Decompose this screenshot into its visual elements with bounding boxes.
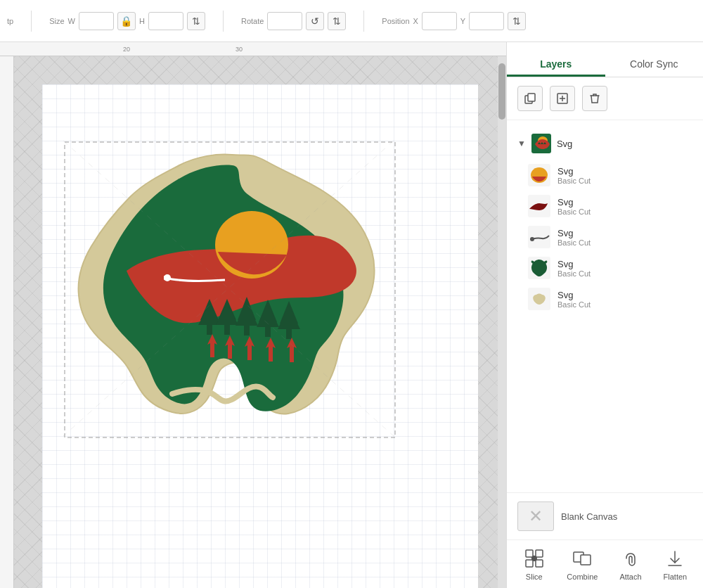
- layer-name-5: Svg: [557, 290, 696, 300]
- slice-icon: [523, 547, 546, 570]
- layer-thumb-3: [528, 226, 550, 248]
- combine-svg: [572, 549, 592, 568]
- slice-svg: [524, 549, 544, 568]
- y-label: Y: [460, 17, 465, 25]
- layer-sub-5: Basic Cut: [557, 300, 696, 309]
- combine-label: Combine: [567, 573, 598, 581]
- layer-thumb-2: [528, 195, 550, 217]
- list-item[interactable]: Svg Basic Cut: [507, 222, 703, 253]
- position-group: Position X Y ⇅: [382, 12, 526, 30]
- tree1-trunk: [207, 325, 212, 335]
- tab-layers[interactable]: Layers: [507, 51, 605, 77]
- white-canvas: [42, 84, 478, 588]
- size-group: Size W 🔒 H ⇅: [49, 12, 205, 30]
- layer-group-svg: ▼ Svg: [507, 127, 703, 160]
- layer-info-3: Svg Basic Cut: [557, 228, 696, 247]
- canvas-background: [14, 56, 498, 588]
- thumb-svg-4: [528, 257, 550, 279]
- canvas-area[interactable]: 20 30: [0, 42, 506, 588]
- layer-name-2: Svg: [557, 197, 696, 207]
- x-icon: ✕: [529, 506, 543, 526]
- layer-group-label: Svg: [557, 139, 572, 149]
- svg-rect-15: [536, 550, 543, 557]
- sep3: [363, 11, 364, 32]
- thumb-svg-1: [528, 164, 550, 186]
- layer-sub-1: Basic Cut: [557, 177, 696, 185]
- ruler-horizontal: 20 30: [0, 42, 506, 56]
- position-updown-icon[interactable]: ⇅: [508, 12, 526, 30]
- copy-layer-button[interactable]: [517, 86, 543, 111]
- tree5-trunk: [286, 329, 292, 339]
- attach-svg: [621, 549, 640, 568]
- ruler-mark-30: 30: [236, 46, 243, 53]
- panel-tabs: Layers Color Sync: [507, 42, 703, 77]
- x-input[interactable]: [422, 12, 457, 30]
- flatten-action[interactable]: Flatten: [664, 547, 688, 581]
- rotate-updown-icon[interactable]: ⇅: [328, 12, 346, 30]
- tab-color-sync[interactable]: Color Sync: [605, 51, 704, 77]
- group-thumbnail: [531, 134, 551, 153]
- bottom-actions: Slice Combine Attach: [507, 539, 703, 588]
- panel-actions: [507, 77, 703, 120]
- y-input[interactable]: [469, 12, 504, 30]
- layer-info-4: Svg Basic Cut: [557, 259, 696, 278]
- bottom-panel: ✕ Blank Canvas: [507, 492, 703, 539]
- attach-action[interactable]: Attach: [619, 547, 642, 581]
- tree4-trunk: [265, 327, 271, 337]
- width-input[interactable]: [79, 12, 114, 30]
- layer-list: ▼ Svg: [507, 120, 703, 492]
- ruler-vertical: [0, 56, 14, 588]
- tree2-trunk: [224, 325, 230, 335]
- layer-group-header[interactable]: ▼ Svg: [517, 131, 692, 156]
- layer-sub-3: Basic Cut: [557, 238, 696, 247]
- position-label: Position: [382, 17, 409, 25]
- scrollbar-vertical[interactable]: [498, 56, 506, 588]
- sep2: [223, 11, 224, 32]
- rotate-group: Rotate ↺ ⇅: [241, 12, 346, 30]
- layer-thumb-4: [528, 257, 550, 279]
- group-thumb-svg: [531, 134, 551, 153]
- toolbar-tp-group: tp: [7, 17, 13, 25]
- svg-rect-17: [536, 560, 543, 567]
- svg-rect-21: [581, 555, 591, 565]
- logo-container[interactable]: [63, 141, 401, 446]
- tp-label: tp: [7, 17, 13, 25]
- delete-layer-button[interactable]: [582, 86, 607, 111]
- flatten-label: Flatten: [664, 573, 688, 581]
- toolbar: tp Size W 🔒 H ⇅ Rotate ↺ ⇅ Position X Y …: [0, 0, 703, 42]
- layer-thumb-1: [528, 164, 550, 186]
- rotate-input[interactable]: [267, 12, 302, 30]
- main-content: 20 30: [0, 42, 703, 588]
- layer-name-1: Svg: [557, 166, 696, 177]
- layer-thumb-5: [528, 288, 550, 310]
- add-icon: [556, 92, 569, 105]
- star-circle: [164, 274, 171, 281]
- sep1: [31, 11, 32, 32]
- scrollbar-thumb[interactable]: [498, 63, 505, 120]
- thumb-svg-3: [528, 226, 550, 248]
- flatten-svg: [665, 549, 685, 568]
- height-label: H: [139, 17, 145, 25]
- layer-name-4: Svg: [557, 259, 696, 269]
- list-item[interactable]: Svg Basic Cut: [507, 160, 703, 191]
- slice-action[interactable]: Slice: [523, 547, 546, 581]
- width-label: W: [68, 17, 75, 25]
- layer-sub-2: Basic Cut: [557, 207, 696, 216]
- list-item[interactable]: Svg Basic Cut: [507, 253, 703, 283]
- size-label: Size: [49, 17, 64, 25]
- rotate-icon[interactable]: ↺: [306, 12, 324, 30]
- thumb-svg-5: [528, 288, 550, 310]
- lock-icon[interactable]: 🔒: [117, 12, 136, 30]
- combine-action[interactable]: Combine: [567, 547, 598, 581]
- slice-label: Slice: [526, 573, 543, 581]
- list-item[interactable]: Svg Basic Cut: [507, 283, 703, 314]
- height-input[interactable]: [148, 12, 183, 30]
- layer-info-2: Svg Basic Cut: [557, 197, 696, 216]
- svg-point-18: [531, 556, 537, 561]
- add-layer-button[interactable]: [550, 86, 575, 111]
- list-item[interactable]: Svg Basic Cut: [507, 191, 703, 222]
- updown-icon[interactable]: ⇅: [187, 12, 205, 30]
- copy-icon: [524, 92, 536, 105]
- blank-canvas-thumbnail: ✕: [517, 501, 554, 531]
- attach-icon: [619, 547, 642, 570]
